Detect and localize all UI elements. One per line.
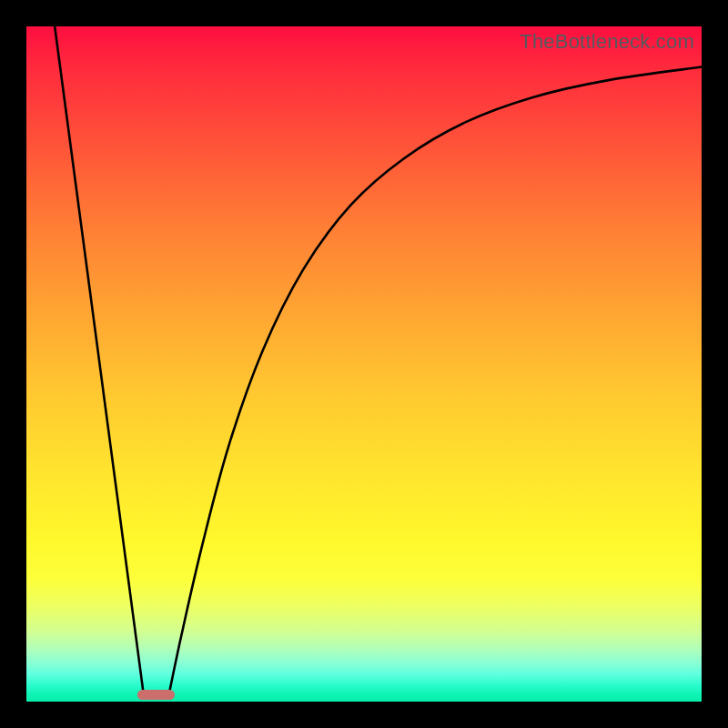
watermark-text: TheBottleneck.com <box>520 30 694 54</box>
chart-container: TheBottleneck.com <box>0 0 728 728</box>
left-line <box>55 26 143 692</box>
plot-area: TheBottleneck.com <box>26 26 702 702</box>
minimum-marker <box>137 690 176 700</box>
right-curve <box>169 67 702 692</box>
curve-layer <box>26 26 702 702</box>
